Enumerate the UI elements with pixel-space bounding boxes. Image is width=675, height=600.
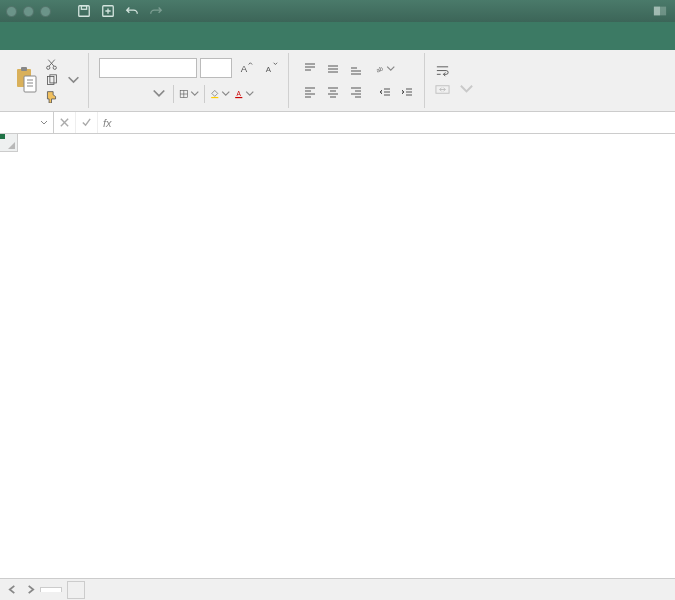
svg-point-8 <box>47 66 50 69</box>
app-badge <box>653 4 669 18</box>
align-bottom-icon[interactable] <box>345 58 367 80</box>
svg-rect-4 <box>654 7 660 16</box>
svg-text:A: A <box>236 89 241 96</box>
align-right-icon[interactable] <box>345 81 367 103</box>
titlebar <box>0 0 675 22</box>
svg-text:A: A <box>241 62 248 73</box>
svg-rect-0 <box>79 6 90 17</box>
redo-icon[interactable] <box>147 2 165 20</box>
svg-rect-15 <box>211 96 218 97</box>
alignment-group: ab <box>293 53 425 108</box>
accept-formula-icon[interactable] <box>76 112 98 133</box>
font-color-button[interactable]: A <box>233 83 255 105</box>
close-dot[interactable] <box>6 6 17 17</box>
ribbon: A A A ab <box>0 50 675 112</box>
formula-bar: fx <box>0 112 675 134</box>
paste-button[interactable] <box>12 64 40 98</box>
clipboard-group <box>6 53 89 108</box>
cut-button[interactable] <box>43 57 82 72</box>
font-name-combo[interactable] <box>99 58 197 78</box>
border-button[interactable] <box>178 83 200 105</box>
add-sheet-button[interactable] <box>67 581 85 599</box>
zoom-dot[interactable] <box>40 6 51 17</box>
wrap-text-button[interactable] <box>435 64 474 79</box>
svg-point-9 <box>53 66 56 69</box>
spreadsheet-grid[interactable] <box>0 134 675 578</box>
decrease-font-icon[interactable]: A <box>260 57 282 79</box>
sheet-tab[interactable] <box>40 587 62 592</box>
svg-rect-7 <box>24 76 36 92</box>
save2-icon[interactable] <box>99 2 117 20</box>
svg-text:A: A <box>266 64 272 73</box>
fx-icon[interactable]: fx <box>98 117 117 129</box>
window-controls <box>6 6 51 17</box>
sheet-nav-prev-icon[interactable] <box>4 582 20 598</box>
minimize-dot[interactable] <box>23 6 34 17</box>
align-center-icon[interactable] <box>322 81 344 103</box>
cancel-formula-icon[interactable] <box>54 112 76 133</box>
save-icon[interactable] <box>75 2 93 20</box>
align-left-icon[interactable] <box>299 81 321 103</box>
sheet-nav-next-icon[interactable] <box>22 582 38 598</box>
wrap-group <box>429 53 480 108</box>
name-box[interactable] <box>0 112 54 133</box>
fill-color-button[interactable] <box>209 83 231 105</box>
bold-button[interactable] <box>99 83 121 105</box>
underline-button[interactable] <box>147 83 169 105</box>
svg-rect-1 <box>81 6 86 10</box>
formula-input[interactable] <box>117 112 675 133</box>
orientation-button[interactable]: ab <box>374 58 396 80</box>
svg-rect-17 <box>235 96 242 97</box>
svg-rect-6 <box>21 67 27 71</box>
font-group: A A A <box>93 53 289 108</box>
increase-font-icon[interactable]: A <box>235 57 257 79</box>
align-middle-icon[interactable] <box>322 58 344 80</box>
merge-center-button[interactable] <box>435 82 474 97</box>
ribbon-tabs <box>0 22 675 50</box>
svg-text:ab: ab <box>376 65 385 73</box>
copy-button[interactable] <box>43 73 82 88</box>
font-size-combo[interactable] <box>200 58 232 78</box>
format-painter-button[interactable] <box>43 89 82 104</box>
sheet-tab-bar <box>0 578 675 600</box>
increase-indent-icon[interactable] <box>396 82 418 104</box>
undo-icon[interactable] <box>123 2 141 20</box>
italic-button[interactable] <box>123 83 145 105</box>
select-all-corner[interactable] <box>0 134 18 152</box>
decrease-indent-icon[interactable] <box>374 82 396 104</box>
align-top-icon[interactable] <box>299 58 321 80</box>
